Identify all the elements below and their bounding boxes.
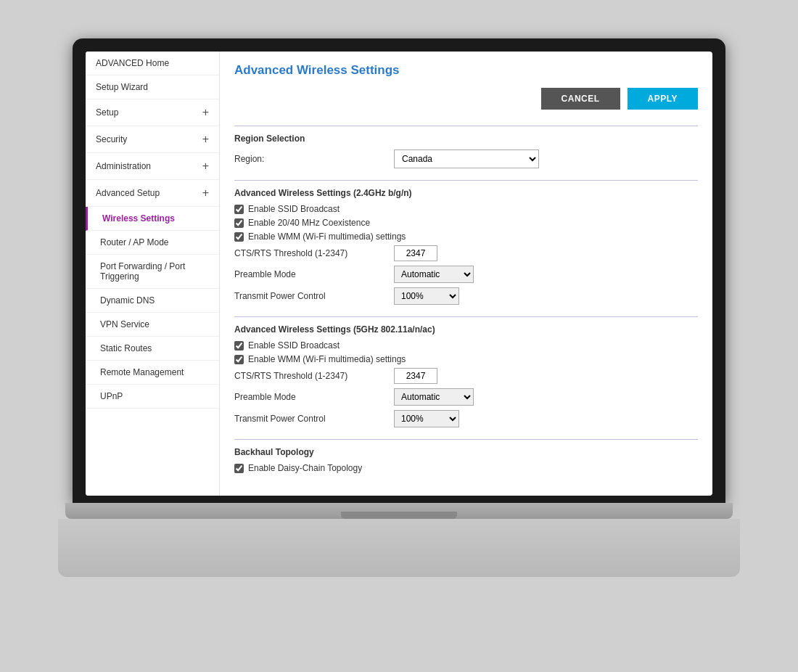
sidebar-item-security[interactable]: Security +	[86, 126, 219, 153]
sidebar-item-port-forwarding[interactable]: Port Forwarding / Port Triggering	[86, 255, 219, 289]
expand-icon-security: +	[202, 133, 209, 146]
power-5-row: Transmit Power Control 100% 75% 50% 25%	[234, 410, 698, 427]
sidebar-label-security: Security	[96, 134, 127, 144]
preamble-5-value: Automatic Long Short	[394, 388, 698, 406]
expand-icon-setup: +	[202, 106, 209, 119]
sidebar-item-setup[interactable]: Setup +	[86, 99, 219, 126]
ssid-broadcast-5-label: Enable SSID Broadcast	[248, 340, 340, 351]
cts-24-input[interactable]	[394, 245, 437, 261]
sidebar-item-advanced-home[interactable]: ADVANCED Home	[86, 52, 219, 75]
power-24-row: Transmit Power Control 100% 75% 50% 25%	[234, 287, 698, 305]
wmm-5-checkbox[interactable]	[234, 355, 244, 364]
sidebar-label-port-forwarding: Port Forwarding / Port Triggering	[100, 261, 209, 282]
sidebar-label-vpn-service: VPN Service	[100, 319, 149, 329]
region-section-title: Region Selection	[234, 134, 698, 144]
cancel-button[interactable]: CANCEL	[541, 88, 620, 110]
preamble-5-select[interactable]: Automatic Long Short	[394, 388, 474, 406]
region-label: Region:	[234, 154, 394, 164]
preamble-5-row: Preamble Mode Automatic Long Short	[234, 388, 698, 406]
sidebar-item-upnp[interactable]: UPnP	[86, 385, 219, 409]
coexistence-checkbox[interactable]	[234, 218, 244, 228]
sidebar-item-advanced-setup[interactable]: Advanced Setup +	[86, 180, 219, 207]
preamble-24-label: Preamble Mode	[234, 269, 394, 279]
sidebar-item-administration[interactable]: Administration +	[86, 153, 219, 180]
region-section: Region Selection Region: Canada United S…	[234, 134, 698, 173]
cts-5-input[interactable]	[394, 368, 437, 384]
divider-1	[234, 126, 698, 126]
button-row: CANCEL APPLY	[234, 88, 698, 110]
sidebar-label-remote-management: Remote Management	[100, 367, 184, 377]
cts-5-label: CTS/RTS Threshold (1-2347)	[234, 371, 394, 381]
sidebar-label-router-ap-mode: Router / AP Mode	[100, 237, 169, 247]
checkbox-ssid-broadcast-5-row: Enable SSID Broadcast	[234, 340, 698, 351]
region-select[interactable]: Canada United States Europe Australia	[394, 149, 539, 168]
divider-3	[234, 316, 698, 317]
section-24ghz: Advanced Wireless Settings (2.4GHz b/g/n…	[234, 188, 698, 309]
divider-2	[234, 180, 698, 181]
sidebar-item-wireless-settings[interactable]: Wireless Settings	[86, 207, 219, 231]
backhaul-section-title: Backhaul Topology	[234, 447, 698, 457]
cts-24-row: CTS/RTS Threshold (1-2347)	[234, 245, 698, 261]
section-backhaul: Backhaul Topology Enable Daisy-Chain Top…	[234, 447, 698, 477]
expand-icon-administration: +	[202, 160, 209, 173]
divider-4	[234, 439, 698, 440]
checkbox-ssid-broadcast-24-row: Enable SSID Broadcast	[234, 204, 698, 214]
checkbox-daisy-chain-row: Enable Daisy-Chain Topology	[234, 463, 698, 473]
wmm-24-label: Enable WMM (Wi-Fi multimedia) settings	[248, 231, 406, 242]
section-5ghz: Advanced Wireless Settings (5GHz 802.11a…	[234, 324, 698, 432]
wmm-24-checkbox[interactable]	[234, 232, 244, 242]
preamble-24-value: Automatic Long Short	[394, 266, 698, 283]
power-24-value: 100% 75% 50% 25%	[394, 287, 698, 305]
sidebar-label-administration: Administration	[96, 161, 151, 171]
expand-icon-advanced-setup: +	[202, 187, 209, 200]
sidebar-label-wireless-settings: Wireless Settings	[102, 213, 175, 224]
apply-button[interactable]: APPLY	[628, 88, 698, 110]
laptop-base	[65, 503, 733, 519]
sidebar-label-upnp: UPnP	[100, 391, 123, 401]
section-5ghz-title: Advanced Wireless Settings (5GHz 802.11a…	[234, 324, 698, 335]
preamble-24-row: Preamble Mode Automatic Long Short	[234, 266, 698, 283]
cts-24-value	[394, 245, 698, 261]
cts-5-value	[394, 368, 698, 384]
ssid-broadcast-24-checkbox[interactable]	[234, 205, 244, 214]
daisy-chain-checkbox[interactable]	[234, 464, 244, 473]
coexistence-label: Enable 20/40 MHz Coexistence	[248, 218, 370, 228]
sidebar-item-vpn-service[interactable]: VPN Service	[86, 313, 219, 337]
laptop-keyboard	[58, 519, 740, 577]
wmm-5-label: Enable WMM (Wi-Fi multimedia) settings	[248, 354, 406, 364]
preamble-5-label: Preamble Mode	[234, 392, 394, 402]
sidebar-item-router-ap-mode[interactable]: Router / AP Mode	[86, 231, 219, 255]
sidebar-item-setup-wizard[interactable]: Setup Wizard	[86, 75, 219, 99]
cts-5-row: CTS/RTS Threshold (1-2347)	[234, 368, 698, 384]
region-field-row: Region: Canada United States Europe Aust…	[234, 149, 698, 168]
power-24-select[interactable]: 100% 75% 50% 25%	[394, 287, 459, 305]
preamble-24-select[interactable]: Automatic Long Short	[394, 266, 474, 283]
ssid-broadcast-24-label: Enable SSID Broadcast	[248, 204, 340, 214]
sidebar-item-dynamic-dns[interactable]: Dynamic DNS	[86, 289, 219, 313]
sidebar-label-setup-wizard: Setup Wizard	[96, 82, 148, 92]
sidebar-label-static-routes: Static Routes	[100, 343, 152, 353]
sidebar: ADVANCED Home Setup Wizard Setup + Secur…	[86, 52, 220, 496]
region-value: Canada United States Europe Australia	[394, 149, 698, 168]
sidebar-label-dynamic-dns: Dynamic DNS	[100, 295, 155, 306]
cts-24-label: CTS/RTS Threshold (1-2347)	[234, 248, 394, 258]
checkbox-coexistence-row: Enable 20/40 MHz Coexistence	[234, 218, 698, 228]
power-5-value: 100% 75% 50% 25%	[394, 410, 698, 427]
checkbox-wmm-24-row: Enable WMM (Wi-Fi multimedia) settings	[234, 231, 698, 242]
sidebar-label-advanced-home: ADVANCED Home	[96, 58, 169, 68]
sidebar-item-static-routes[interactable]: Static Routes	[86, 337, 219, 361]
checkbox-wmm-5-row: Enable WMM (Wi-Fi multimedia) settings	[234, 354, 698, 364]
daisy-chain-label: Enable Daisy-Chain Topology	[248, 463, 362, 473]
power-24-label: Transmit Power Control	[234, 291, 394, 301]
sidebar-label-advanced-setup: Advanced Setup	[96, 188, 160, 198]
power-5-select[interactable]: 100% 75% 50% 25%	[394, 410, 459, 427]
power-5-label: Transmit Power Control	[234, 414, 394, 424]
section-24ghz-title: Advanced Wireless Settings (2.4GHz b/g/n…	[234, 188, 698, 198]
sidebar-label-setup: Setup	[96, 107, 118, 118]
sidebar-item-remote-management[interactable]: Remote Management	[86, 361, 219, 385]
ssid-broadcast-5-checkbox[interactable]	[234, 341, 244, 351]
page-title: Advanced Wireless Settings	[234, 63, 698, 78]
main-content: Advanced Wireless Settings CANCEL APPLY …	[220, 52, 712, 496]
